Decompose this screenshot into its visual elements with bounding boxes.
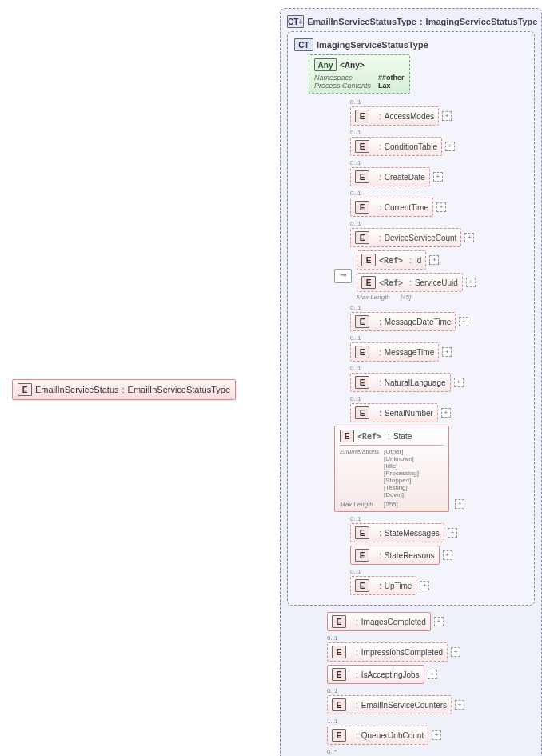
ref-naturallanguage[interactable]: E : NaturalLanguage	[350, 373, 451, 392]
ref-imagescompleted[interactable]: E : ImagesCompleted	[327, 612, 431, 631]
any-wildcard-1[interactable]: Any <Any> Namespace##other Process Conte…	[309, 54, 410, 94]
ref-createdate[interactable]: E : CreateDate	[350, 167, 430, 186]
expand-icon[interactable]: +	[428, 670, 437, 679]
expand-icon[interactable]: +	[455, 499, 464, 509]
expand-icon[interactable]: +	[445, 142, 455, 151]
root-element[interactable]: E EmailInServiceStatus : EmailInServiceS…	[12, 379, 236, 400]
ref-isacceptingjobs[interactable]: E : IsAcceptingJobs	[327, 665, 424, 684]
ref-emailinservicecounters[interactable]: E : EmailInServiceCounters	[327, 695, 452, 714]
expand-icon[interactable]: +	[429, 255, 439, 265]
ct-badge: CT	[294, 38, 313, 51]
ref-uptime[interactable]: E : UpTime	[350, 576, 416, 595]
ref-statereasons[interactable]: E : StateReasons	[350, 546, 440, 565]
expand-icon[interactable]: +	[454, 378, 464, 387]
root-name: EmailInServiceStatus	[35, 385, 119, 394]
ref-deviceservicecount[interactable]: E : DeviceServiceCount	[350, 228, 461, 247]
element-badge: E	[18, 383, 32, 396]
ref-conditiontable[interactable]: E : ConditionTable	[350, 137, 442, 156]
ref-statemessages[interactable]: E : StateMessages	[350, 523, 444, 542]
expand-icon[interactable]: +	[464, 233, 474, 242]
inner-ct-header[interactable]: CT ImagingServiceStatusType	[294, 38, 528, 51]
ref-id[interactable]: E <Ref> : Id	[357, 250, 426, 270]
ref-serviceuuid[interactable]: E <Ref> : ServiceUuid	[357, 273, 463, 292]
ref-serialnumber[interactable]: E : SerialNumber	[350, 403, 438, 422]
expand-icon[interactable]: +	[441, 408, 451, 418]
expand-icon[interactable]: +	[434, 617, 444, 626]
expand-icon[interactable]: +	[433, 172, 443, 182]
ref-messagedatetime[interactable]: E : MessageDateTime	[350, 312, 456, 331]
expand-icon[interactable]: +	[436, 202, 446, 212]
outer-ct-header[interactable]: CT+ EmailInServiceStatusType : ImagingSe…	[287, 15, 535, 28]
ref-queuedjobcount[interactable]: E : QueuedJobCount	[327, 726, 428, 745]
ref-impressionscompleted[interactable]: E : ImpressionsCompleted	[327, 642, 448, 662]
ref-accessmodes[interactable]: E : AccessModes	[350, 106, 439, 126]
expand-icon[interactable]: +	[448, 528, 457, 538]
expand-icon[interactable]: +	[443, 550, 452, 560]
expand-icon[interactable]: +	[459, 317, 468, 326]
expand-icon[interactable]: +	[455, 700, 464, 710]
ref-state[interactable]: E <Ref> : State Enumerations[Other][Unkn…	[334, 426, 449, 512]
any-badge: Any	[314, 58, 337, 71]
ctplus-badge: CT+	[287, 15, 304, 28]
expand-icon[interactable]: +	[420, 581, 429, 590]
ref-currenttime[interactable]: E : CurrentTime	[350, 198, 433, 217]
expand-icon[interactable]: +	[451, 647, 460, 657]
expand-icon[interactable]: +	[442, 111, 452, 121]
ref-messagetime[interactable]: E : MessageTime	[350, 342, 439, 362]
xsd-diagram: E EmailInServiceStatus : EmailInServiceS…	[8, 8, 536, 752]
outer-complex-type: CT+ EmailInServiceStatusType : ImagingSe…	[280, 8, 542, 756]
expand-icon[interactable]: +	[442, 347, 452, 357]
expand-icon[interactable]: +	[466, 278, 476, 287]
choice-icon: ⊸	[334, 269, 352, 283]
inner-complex-type: CT ImagingServiceStatusType Any <Any> Na…	[287, 31, 535, 606]
root-type: EmailInServiceStatusType	[128, 385, 230, 394]
expand-icon[interactable]: +	[432, 730, 441, 740]
